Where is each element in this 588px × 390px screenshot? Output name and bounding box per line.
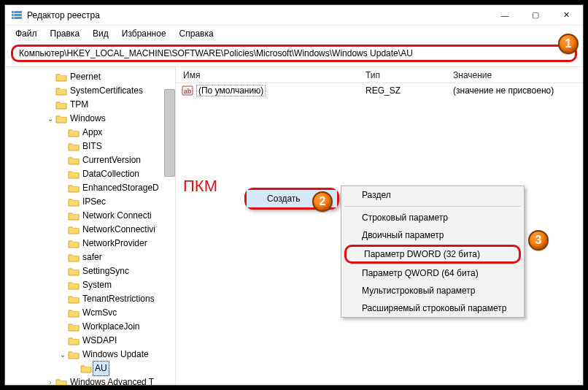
expand-toggle-icon[interactable] [58, 336, 68, 346]
expand-toggle-icon[interactable] [58, 211, 68, 221]
expand-toggle-icon[interactable] [58, 280, 68, 291]
ctx-multistring[interactable]: Мультистроковый параметр [341, 282, 524, 299]
tree-item[interactable]: Peernet [5, 70, 175, 84]
expand-toggle-icon[interactable] [58, 308, 68, 318]
ctx-section[interactable]: Раздел [341, 186, 524, 204]
expand-toggle-icon[interactable] [58, 294, 68, 305]
tree-item[interactable]: safer [5, 251, 175, 264]
expand-toggle-icon[interactable] [58, 225, 68, 235]
menu-help[interactable]: Справка [174, 27, 220, 40]
menu-edit[interactable]: Правка [45, 27, 86, 40]
folder-icon [68, 280, 80, 291]
tree-item[interactable]: ⌄Windows [5, 112, 175, 126]
expand-toggle-icon[interactable] [58, 239, 68, 249]
expand-toggle-icon[interactable]: ⌄ [58, 350, 68, 360]
tree-item[interactable]: SystemCertificates [5, 84, 175, 98]
expand-toggle-icon[interactable] [58, 183, 68, 194]
tree-item-label: WSDAPI [82, 334, 117, 348]
minimize-button[interactable]: — [490, 6, 520, 25]
tree-item[interactable]: EnhancedStorageD [5, 181, 175, 195]
expand-toggle-icon[interactable] [58, 142, 68, 152]
expand-toggle-icon[interactable] [58, 169, 68, 180]
tree-item-label: TPM [70, 98, 88, 112]
tree-scrollbar-thumb[interactable] [164, 89, 175, 177]
tree-item-label: Windows Advanced T [70, 375, 154, 385]
string-value-icon: ab [182, 85, 193, 96]
expand-toggle-icon[interactable] [58, 253, 68, 263]
tree-item[interactable]: TenantRestrictions [5, 292, 175, 306]
tree-item-label: IPSec [82, 195, 106, 209]
folder-icon [68, 253, 80, 263]
col-type[interactable]: Тип [365, 70, 453, 80]
ctx-dword[interactable]: Параметр DWORD (32 бита) [344, 245, 521, 264]
tree-item[interactable]: SettingSync [5, 264, 175, 278]
tree-item[interactable]: TPM [5, 98, 175, 112]
expand-toggle-icon[interactable] [58, 128, 68, 138]
expand-toggle-icon[interactable] [58, 322, 68, 332]
folder-icon [68, 350, 80, 360]
tree-item-label: System [82, 278, 112, 292]
values-header: Имя Тип Значение [176, 67, 583, 83]
tree-item-label: Appx [82, 126, 102, 139]
tree-pane[interactable]: PeernetSystemCertificatesTPM⌄WindowsAppx… [5, 67, 176, 385]
folder-icon [68, 308, 80, 318]
tree-item-label: Windows [70, 112, 106, 126]
expand-toggle-icon[interactable] [58, 197, 68, 207]
tree-item[interactable]: CurrentVersion [5, 153, 175, 167]
tree-item[interactable]: DataCollection [5, 167, 175, 181]
close-button[interactable]: ✕ [551, 6, 581, 25]
ctx-expand[interactable]: Расширяемый строковый параметр [341, 299, 524, 317]
tree-item[interactable]: NetworkProvider [5, 237, 175, 251]
tree-item[interactable]: Appx [5, 126, 175, 139]
menu-view[interactable]: Вид [87, 27, 115, 40]
ctx-qword[interactable]: Параметр QWORD (64 бита) [341, 264, 524, 282]
tree-item[interactable]: IPSec [5, 195, 175, 209]
values-pane[interactable]: Имя Тип Значение ab (По умолчанию) REG_S… [176, 67, 583, 385]
menu-favorites[interactable]: Избранное [116, 27, 172, 40]
tree-item[interactable]: Network Connecti [5, 209, 175, 223]
col-value[interactable]: Значение [453, 70, 583, 80]
maximize-button[interactable]: ▢ [520, 6, 551, 25]
expand-toggle-icon[interactable]: ⌄ [45, 114, 55, 124]
tree-item-label: BITS [82, 139, 102, 153]
folder-icon [68, 128, 80, 138]
folder-icon [68, 294, 80, 305]
svg-text:ab: ab [184, 88, 192, 95]
col-name[interactable]: Имя [176, 70, 365, 80]
address-bar[interactable]: Компьютер\HKEY_LOCAL_MACHINE\SOFTWARE\Po… [11, 45, 577, 62]
expand-toggle-icon[interactable] [58, 267, 68, 277]
expand-toggle-icon[interactable]: › [45, 378, 55, 386]
tree-item[interactable]: WSDAPI [5, 334, 175, 348]
folder-icon [55, 114, 67, 124]
expand-toggle-icon[interactable] [45, 86, 55, 96]
ctx-binary[interactable]: Двоичный параметр [341, 226, 524, 244]
tree-item[interactable]: System [5, 278, 175, 292]
tree-item[interactable]: ⌄Windows Update [5, 348, 175, 362]
expand-toggle-icon[interactable] [58, 156, 68, 166]
tree-item[interactable]: AU [5, 362, 175, 375]
annotation-badge-3: 3 [528, 230, 549, 251]
titlebar[interactable]: Редактор реестра — ▢ ✕ [5, 5, 583, 26]
tree-item-label: CurrentVersion [82, 153, 141, 167]
folder-icon [55, 72, 67, 83]
tree-item-label: Peernet [70, 70, 101, 84]
folder-icon [68, 183, 80, 194]
folder-icon [80, 364, 92, 374]
ctx-string[interactable]: Строковый параметр [341, 209, 524, 226]
value-row-default[interactable]: ab (По умолчанию) REG_SZ (значение не пр… [176, 83, 583, 98]
expand-toggle-icon[interactable] [70, 364, 80, 374]
tree-item-label: Windows Update [82, 348, 149, 362]
folder-icon [68, 156, 80, 166]
tree-item[interactable]: ›Windows Advanced T [5, 375, 175, 385]
tree-item[interactable]: WcmSvc [5, 306, 175, 320]
tree-item-label: Network Connecti [82, 209, 152, 223]
expand-toggle-icon[interactable] [45, 72, 55, 83]
context-menu-submenu: Раздел Строковый параметр Двоичный парам… [341, 186, 525, 318]
menu-file[interactable]: Файл [9, 27, 43, 40]
expand-toggle-icon[interactable] [45, 100, 55, 110]
tree-item-label: SettingSync [82, 264, 129, 278]
tree-item[interactable]: NetworkConnectivi [5, 223, 175, 237]
folder-icon [68, 322, 80, 332]
tree-item[interactable]: BITS [5, 139, 175, 153]
tree-item[interactable]: WorkplaceJoin [5, 320, 175, 334]
